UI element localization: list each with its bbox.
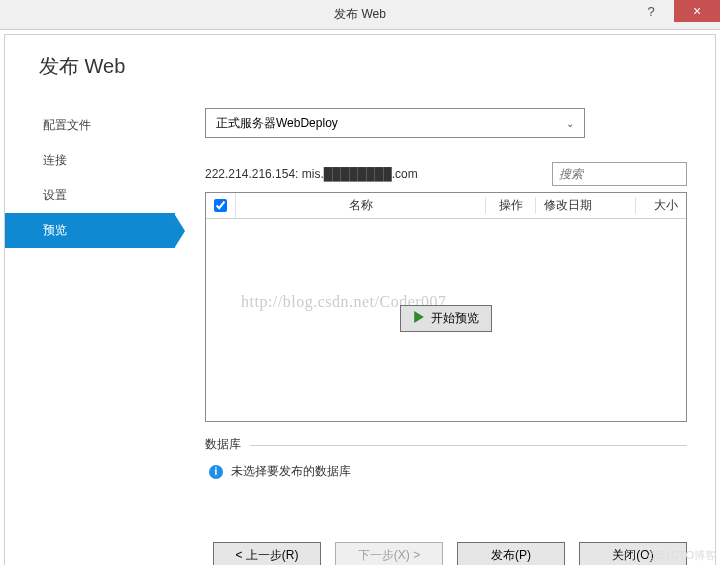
publish-button[interactable]: 发布(P) [457,542,565,565]
wizard-footer: < 上一步(R) 下一步(X) > 发布(P) 关闭(O) [213,542,687,565]
chevron-down-icon: ⌄ [566,118,574,129]
dialog-body: 发布 Web 配置文件 连接 设置 预览 正式服务器WebDeploy ⌄ 22… [4,34,716,565]
column-header-operation[interactable]: 操作 [486,197,536,214]
info-icon: i [209,465,223,479]
column-header-name[interactable]: 名称 [236,197,486,214]
server-address: 222.214.216.154: mis.████████.com [205,167,542,181]
search-input[interactable] [552,162,687,186]
close-window-button[interactable]: × [674,0,720,22]
window-title: 发布 Web [0,6,720,23]
start-preview-label: 开始预览 [431,310,479,327]
window-controls: ? × [628,0,720,22]
sidebar-item-settings[interactable]: 设置 [5,178,175,213]
profile-selected-value: 正式服务器WebDeploy [216,115,338,132]
column-header-date[interactable]: 修改日期 [536,197,636,214]
titlebar: 发布 Web ? × [0,0,720,30]
main-panel: 正式服务器WebDeploy ⌄ 222.214.216.154: mis.██… [175,90,715,470]
preview-table: 名称 操作 修改日期 大小 http://blog.csdn.net/Coder… [205,192,687,422]
select-all-checkbox-cell [206,193,236,218]
play-icon [413,311,425,326]
sidebar-item-preview[interactable]: 预览 [5,213,175,248]
profile-dropdown[interactable]: 正式服务器WebDeploy ⌄ [205,108,585,138]
sidebar-item-profile[interactable]: 配置文件 [5,108,175,143]
source-watermark: @51CTO博客 [648,548,716,563]
database-section-label: 数据库 [205,436,687,453]
table-header-row: 名称 操作 修改日期 大小 [206,193,686,219]
dialog-title: 发布 Web [39,53,125,80]
next-button: 下一步(X) > [335,542,443,565]
dialog-header: 发布 Web [5,35,715,90]
database-section: 数据库 i 未选择要发布的数据库 [205,436,687,480]
start-preview-button[interactable]: 开始预览 [400,305,492,332]
database-info-text: 未选择要发布的数据库 [231,463,351,480]
sidebar-item-connection[interactable]: 连接 [5,143,175,178]
prev-button[interactable]: < 上一步(R) [213,542,321,565]
server-row: 222.214.216.154: mis.████████.com [205,162,687,186]
column-header-size[interactable]: 大小 [636,197,686,214]
content-area: 配置文件 连接 设置 预览 正式服务器WebDeploy ⌄ 222.214.2… [5,90,715,470]
select-all-checkbox[interactable] [214,199,227,212]
wizard-sidebar: 配置文件 连接 设置 预览 [5,90,175,470]
help-button[interactable]: ? [628,0,674,22]
database-info-row: i 未选择要发布的数据库 [205,463,687,480]
